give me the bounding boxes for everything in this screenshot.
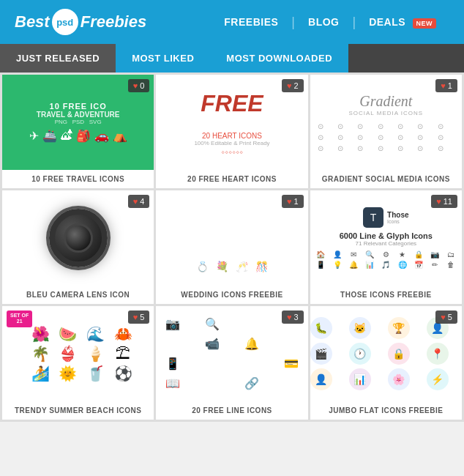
line-icon-tablet: 📱 [156, 357, 190, 371]
nav-freebies[interactable]: FREEBIES [211, 16, 291, 28]
camera-lens [49, 209, 108, 267]
line-icon-display: 🖥 [235, 317, 269, 331]
heart-subtitle: HEART ICONS [189, 117, 275, 129]
logo-psd: psd [52, 9, 78, 35]
card-summer-image: SET OF21 🌺 🍉 🌊 🦀 🌴 👙 🍦 ⛱ 🏄 🌞 🥤 ⚽ ♥ 5 [2, 306, 154, 401]
header: Best psd Freebies FREEBIES | BLOG | DEAL… [0, 0, 464, 44]
like-badge-gradient: ♥ 1 [435, 79, 457, 92]
line-icon-link: 🔗 [235, 376, 269, 390]
line-icon-bell: 🔔 [235, 337, 269, 351]
heart-icon-heart: ♥ [287, 81, 292, 90]
card-wedding-title: WEDDING ICONS FREEBIE [156, 286, 307, 304]
heart-icon-travel: ♥ [133, 81, 138, 90]
like-badge-summer: ♥ 5 [128, 310, 150, 324]
line-icon-camera: 📷 [156, 317, 190, 331]
like-badge-wedding: ♥ 1 [282, 195, 304, 208]
card-those-image: T Those Icons 6000 Line & Glyph Icons 71… [310, 190, 462, 286]
tab-bar: JUST RELEASED MOST LIKED MOST DOWNLOADED [0, 44, 464, 72]
line-icon-credit: 💳 [274, 357, 308, 371]
jumbo-icon-chart: 📊 [349, 368, 371, 390]
card-gradient-social[interactable]: Gradient SOCIAL MEDIA ICONS ⊙ ⊙ ⊙ ⊙ ⊙ ⊙ … [310, 75, 462, 188]
heart-icon-wedding: ♥ [287, 197, 292, 206]
card-camera-title: BLEU CAMERA LENS ICON [2, 286, 154, 304]
summer-badge: SET OF21 [7, 310, 32, 327]
jumbo-icon-pin: 📍 [427, 343, 449, 365]
card-line-icons[interactable]: 📷 🔍 🖥 ♪ ♦ 📹 🔔 ♥ 📱 🖥 ⚙ 💳 📖 ↗ 🔗 ⚙ ♥ 3 [156, 306, 307, 420]
card-jumbo-image: 🐛 🐱 🏆 👤 🎬 🕐 🔒 📍 👤 📊 🌸 ⚡ ♥ 5 [310, 306, 462, 401]
card-wedding-icons[interactable]: WEDDIicons 💍💐🥂🎊 ♥ 1 WEDDING ICONS FREEBI… [156, 190, 307, 304]
jumbo-icon-bug: 🐛 [310, 317, 332, 339]
card-heart-title: 20 FREE HEART ICONS [156, 170, 307, 188]
logo-freebies: Freebies [81, 12, 147, 31]
card-gradient-image: Gradient SOCIAL MEDIA ICONS ⊙ ⊙ ⊙ ⊙ ⊙ ⊙ … [310, 75, 462, 170]
heart-free-label: FREE [201, 90, 263, 117]
jumbo-icon-clock: 🕐 [349, 343, 371, 365]
line-icon-search: 🔍 [195, 317, 229, 331]
heart-icon-summer: ♥ [133, 313, 138, 321]
gradient-title-text: Gradient [359, 93, 412, 110]
logo-best: Best [15, 12, 50, 31]
card-travel-image: 10 FREE ICO TRAVEL & ADVENTURE PNG PSD S… [2, 75, 154, 170]
nav-blog[interactable]: BLOG [295, 16, 352, 28]
line-icon-video: 📹 [195, 337, 229, 351]
like-badge-travel: ♥ 0 [128, 79, 150, 92]
heart-icon-gradient: ♥ [441, 81, 446, 90]
card-those-icons[interactable]: T Those Icons 6000 Line & Glyph Icons 71… [310, 190, 462, 304]
card-wedding-image: WEDDIicons 💍💐🥂🎊 ♥ 1 [156, 190, 307, 286]
cards-grid: 10 FREE ICO TRAVEL & ADVENTURE PNG PSD S… [0, 72, 464, 422]
like-badge-camera: ♥ 4 [128, 195, 150, 208]
logo: Best psd Freebies [15, 9, 146, 35]
heart-count: 20 HEART ICONS [202, 132, 262, 140]
card-travel-title: 10 FREE TRAVEL ICONS [2, 170, 154, 188]
nav-deals[interactable]: DEALS NEW [356, 16, 449, 28]
card-camera-lens[interactable]: ♥ 4 BLEU CAMERA LENS ICON [2, 190, 154, 304]
card-summer-title: TRENDY SUMMER BEACH ICONS [2, 401, 154, 420]
camera-inner [64, 223, 93, 253]
line-icons-grid: 📷 🔍 🖥 ♪ ♦ 📹 🔔 ♥ 📱 🖥 ⚙ 💳 📖 ↗ 🔗 ⚙ [156, 317, 307, 390]
card-gradient-title: GRADIENT SOCIAL MEDIA ICONS [310, 170, 462, 188]
jumbo-icon-lock: 🔒 [388, 343, 410, 365]
line-icon-heart2: ♥ [274, 337, 308, 351]
line-icon-book: 📖 [156, 376, 190, 390]
card-those-title: THOSE ICONS FREEBIE [310, 286, 462, 304]
line-icon-gear: ⚙ [235, 357, 269, 371]
card-line-image: 📷 🔍 🖥 ♪ ♦ 📹 🔔 ♥ 📱 🖥 ⚙ 💳 📖 ↗ 🔗 ⚙ ♥ 3 [156, 306, 307, 401]
line-icon-diamond: ♦ [156, 337, 190, 351]
tab-most-liked[interactable]: MOST LIKED [116, 44, 210, 72]
jumbo-icon-cat: 🐱 [349, 317, 371, 339]
card-travel-icons[interactable]: 10 FREE ICO TRAVEL & ADVENTURE PNG PSD S… [2, 75, 154, 188]
those-logo: T Those Icons [363, 207, 408, 228]
heart-icon-camera: ♥ [133, 197, 138, 206]
card-heart-image: FREE HEART ICONS 20 HEART ICONS 100% Edi… [156, 75, 307, 170]
tab-just-released[interactable]: JUST RELEASED [0, 44, 116, 72]
card-jumbo-title: JUMBO FLAT ICONS FREEBIE [310, 401, 462, 420]
those-logo-icon: T [363, 207, 383, 228]
jumbo-icon-film: 🎬 [310, 343, 332, 365]
tab-most-downloaded[interactable]: MOST DOWNLOADED [210, 44, 348, 72]
card-jumbo-flat[interactable]: 🐛 🐱 🏆 👤 🎬 🕐 🔒 📍 👤 📊 🌸 ⚡ ♥ 5 JUMBO FLAT I… [310, 306, 462, 420]
like-badge-those: ♥ 11 [431, 195, 457, 208]
line-icon-settings: ⚙ [274, 376, 308, 390]
jumbo-icon-bolt: ⚡ [427, 368, 449, 390]
nav: FREEBIES | BLOG | DEALS NEW [211, 15, 449, 30]
line-icon-monitor: 🖥 [195, 357, 229, 371]
card-camera-image: ♥ 4 [2, 190, 154, 286]
card-summer-beach[interactable]: SET OF21 🌺 🍉 🌊 🦀 🌴 👙 🍦 ⛱ 🏄 🌞 🥤 ⚽ ♥ 5 TRE… [2, 306, 154, 420]
line-icon-share: ↗ [195, 376, 229, 390]
like-badge-heart: ♥ 2 [282, 79, 304, 92]
like-badge-line: ♥ 3 [282, 310, 304, 324]
heart-desc: 100% Editable & Print Ready [194, 140, 269, 146]
like-badge-jumbo: ♥ 5 [435, 310, 457, 324]
nav-deals-badge: NEW [413, 18, 437, 29]
heart-icon-those: ♥ [436, 197, 441, 206]
heart-icon-jumbo: ♥ [441, 313, 446, 321]
gradient-sub: SOCIAL MEDIA ICONS [348, 110, 423, 116]
jumbo-icon-flower: 🌸 [388, 368, 410, 390]
card-heart-icons[interactable]: FREE HEART ICONS 20 HEART ICONS 100% Edi… [156, 75, 307, 188]
jumbo-icon-trophy: 🏆 [388, 317, 410, 339]
jumbo-icon-person2: 👤 [310, 368, 332, 390]
card-line-title: 20 FREE LINE ICONS [156, 401, 307, 420]
jumbo-icons-grid: 🐛 🐱 🏆 👤 🎬 🕐 🔒 📍 👤 📊 🌸 ⚡ [310, 317, 462, 390]
heart-icon-line: ♥ [287, 313, 292, 321]
